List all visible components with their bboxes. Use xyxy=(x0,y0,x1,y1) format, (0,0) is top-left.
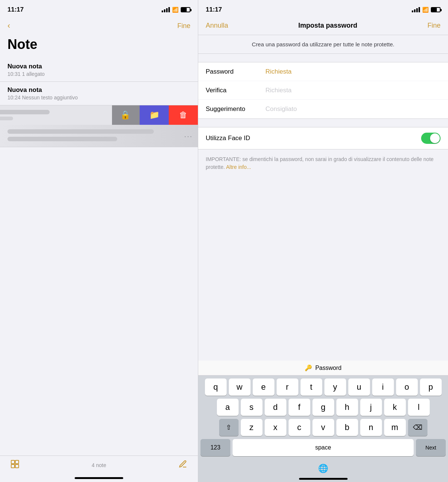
key-b[interactable]: b xyxy=(336,419,358,436)
key-l[interactable]: l xyxy=(408,399,430,416)
key-w[interactable]: w xyxy=(229,379,251,396)
key-y[interactable]: y xyxy=(324,379,346,396)
note-item-swiped[interactable] xyxy=(0,105,112,125)
key-q[interactable]: q xyxy=(205,379,227,396)
battery-icon xyxy=(181,7,190,12)
key-r[interactable]: r xyxy=(277,379,298,396)
cancel-button[interactable]: Annulla xyxy=(206,22,228,30)
info-text: Crea una password da utilizzare per tutt… xyxy=(213,41,433,47)
key-f[interactable]: f xyxy=(289,399,310,416)
verify-row[interactable]: Verifica Richiesta xyxy=(198,81,448,100)
key-a[interactable]: a xyxy=(217,399,239,416)
key-i[interactable]: i xyxy=(372,379,394,396)
key-j[interactable]: j xyxy=(360,399,382,416)
key-z[interactable]: z xyxy=(241,419,262,436)
info-banner: Crea una password da utilizzare per tutt… xyxy=(198,35,448,54)
battery-icon-right xyxy=(431,7,441,12)
svg-rect-3 xyxy=(15,464,19,468)
toggle-knob xyxy=(430,133,440,143)
keyboard-area: 🔑 Password q w e r t y u i o p a s d xyxy=(198,361,448,482)
key-m[interactable]: m xyxy=(384,419,406,436)
status-icons-right: 📶 xyxy=(412,7,441,13)
right-panel: 11:17 📶 Annulla Imposta password Fine Cr… xyxy=(198,0,448,482)
signal-icon xyxy=(162,7,170,12)
hint-row[interactable]: Suggerimento Consigliato xyxy=(198,100,448,118)
done-button-left[interactable]: Fine xyxy=(177,22,190,30)
warning-text: IMPORTANTE: se dimentichi la password, n… xyxy=(206,155,441,171)
globe-bar: 🌐 xyxy=(198,461,448,476)
password-label: Password xyxy=(206,68,265,75)
password-row[interactable]: Password Richiesta xyxy=(198,62,448,81)
nav-title: Imposta password xyxy=(298,22,357,30)
nav-bar-right: Annulla Imposta password Fine xyxy=(198,16,448,35)
globe-icon[interactable]: 🌐 xyxy=(318,464,328,473)
next-key[interactable]: Next xyxy=(416,439,446,456)
lock-button[interactable]: 🔒 xyxy=(111,105,140,125)
key-c[interactable]: c xyxy=(289,419,310,436)
key-s[interactable]: s xyxy=(241,399,262,416)
face-id-row: Utilizza Face ID xyxy=(198,127,448,149)
shift-key[interactable]: ⇧ xyxy=(219,419,239,436)
key-row-2: a s d f g h j k l xyxy=(200,399,446,416)
face-id-toggle[interactable] xyxy=(421,133,441,144)
warning-link[interactable]: Altre info... xyxy=(226,164,251,170)
key-d[interactable]: d xyxy=(265,399,286,416)
keyboard-field-label: Password xyxy=(315,365,341,371)
compose-icon[interactable] xyxy=(178,460,187,471)
list-item-blurred[interactable]: ··· xyxy=(0,125,198,147)
notes-list: Nuova nota 10:31 1 allegato Nuova nota 1… xyxy=(0,58,198,455)
back-button[interactable]: ‹ xyxy=(7,21,10,31)
key-t[interactable]: t xyxy=(301,379,322,396)
backspace-key[interactable]: ⌫ xyxy=(408,419,427,436)
key-p[interactable]: p xyxy=(420,379,442,396)
hint-input[interactable]: Consigliato xyxy=(265,105,297,113)
svg-rect-0 xyxy=(11,460,15,464)
home-indicator-left xyxy=(75,477,123,479)
svg-rect-1 xyxy=(15,460,19,464)
wifi-icon-right: 📶 xyxy=(422,7,429,13)
key-k[interactable]: k xyxy=(384,399,406,416)
key-row-3: ⇧ z x c v b n m ⌫ xyxy=(200,419,446,436)
status-bar-left: 11:17 📶 xyxy=(0,0,198,16)
status-bar-right: 11:17 📶 xyxy=(198,0,448,16)
key-h[interactable]: h xyxy=(336,399,358,416)
left-panel: 11:17 📶 ‹ Fine Note Nuova nota 10:31 1 a… xyxy=(0,0,198,482)
key-u[interactable]: u xyxy=(348,379,370,396)
swipe-container: 🔒 📁 🗑 xyxy=(0,105,198,125)
done-button-right[interactable]: Fine xyxy=(427,22,441,30)
key-e[interactable]: e xyxy=(253,379,274,396)
list-item[interactable]: Nuova nota 10:31 1 allegato xyxy=(0,58,198,82)
svg-rect-2 xyxy=(11,464,15,468)
list-item[interactable]: Nuova nota 10:24 Nessun testo aggiuntivo xyxy=(0,82,198,105)
nav-bar-left: ‹ Fine xyxy=(0,16,198,35)
key-n[interactable]: n xyxy=(360,419,382,436)
key-x[interactable]: x xyxy=(265,419,286,436)
keyboard-rows: q w e r t y u i o p a s d f g h j k xyxy=(198,376,448,461)
key-v[interactable]: v xyxy=(312,419,334,436)
note-title: Nuova nota xyxy=(7,63,190,70)
key-o[interactable]: o xyxy=(396,379,418,396)
warning-section: IMPORTANTE: se dimentichi la password, n… xyxy=(198,149,448,177)
note-count: 4 note xyxy=(92,462,106,468)
space-key[interactable]: space xyxy=(233,439,414,456)
wifi-icon: 📶 xyxy=(172,7,178,13)
numbers-key[interactable]: 123 xyxy=(200,439,230,456)
note-title: Nuova nota xyxy=(7,86,190,94)
time-left: 11:17 xyxy=(7,6,24,13)
more-dots[interactable]: ··· xyxy=(184,132,193,140)
home-indicator-right xyxy=(299,478,348,480)
key-g[interactable]: g xyxy=(312,399,334,416)
password-form: Password Richiesta Verifica Richiesta Su… xyxy=(198,62,448,119)
swipe-actions: 🔒 📁 🗑 xyxy=(111,105,198,125)
delete-button[interactable]: 🗑 xyxy=(169,105,198,125)
key-row-1: q w e r t y u i o p xyxy=(200,379,446,396)
status-icons-left: 📶 xyxy=(162,7,190,13)
face-id-section: Utilizza Face ID xyxy=(198,127,448,149)
grid-view-icon[interactable] xyxy=(10,460,19,471)
verify-input[interactable]: Richiesta xyxy=(265,87,292,94)
move-folder-button[interactable]: 📁 xyxy=(140,105,169,125)
password-input[interactable]: Richiesta xyxy=(265,68,292,75)
hint-label: Suggerimento xyxy=(206,105,265,113)
blurred-line xyxy=(7,137,117,141)
face-id-label: Utilizza Face ID xyxy=(206,135,250,142)
